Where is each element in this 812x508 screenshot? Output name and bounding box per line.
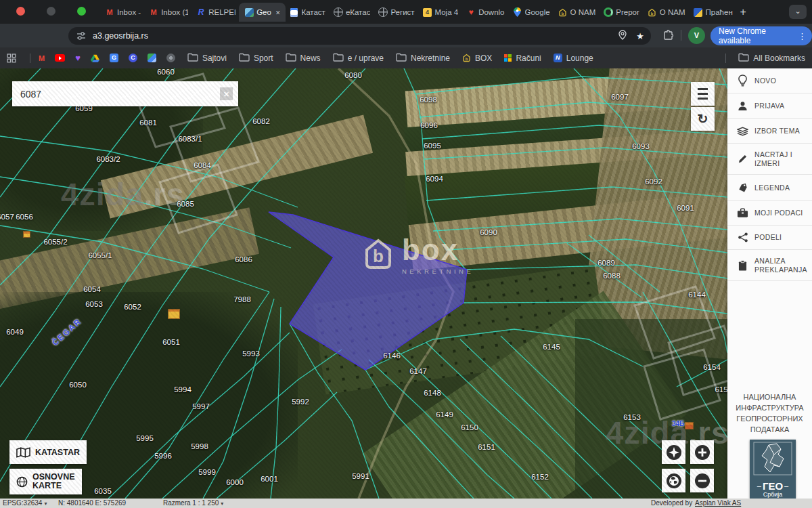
- gmail-icon[interactable]: M: [39, 54, 45, 62]
- parcel-label-6055-2: 6055/2: [43, 238, 67, 246]
- maximize-window-button[interactable]: [77, 7, 86, 16]
- translate-icon[interactable]: G: [110, 54, 118, 62]
- browser-tab-10[interactable]: Google: [510, 4, 554, 20]
- browser-tab-9[interactable]: ♥Downlo: [463, 4, 508, 20]
- globe-icon: [666, 473, 682, 489]
- browser-tab-3[interactable]: RRELPEP: [193, 4, 239, 20]
- sidebar-item-moji-podaci[interactable]: MOJI PODACI: [727, 201, 812, 226]
- apps-grid-icon[interactable]: [7, 54, 16, 63]
- site-settings-icon[interactable]: [76, 31, 86, 41]
- basemap-globe-button[interactable]: [662, 469, 685, 492]
- bookmark-folder-1[interactable]: Sajtovi: [187, 53, 227, 64]
- bookmark-folder-4[interactable]: e / uprave: [333, 53, 384, 64]
- sidebar-item-analiza-preklapanja[interactable]: ANALIZA PREKLAPANJA: [727, 250, 812, 281]
- globe-icon: [16, 476, 28, 488]
- browser-tab-14[interactable]: Праћен: [690, 4, 736, 20]
- bookmark-site-1[interactable]: bBOX: [462, 54, 492, 63]
- sidebar-item-podeli[interactable]: PODELI: [727, 226, 812, 250]
- chrome-update-button[interactable]: New Chrome available: [710, 26, 812, 45]
- address-bar[interactable]: a3.geosrbija.rs: [68, 27, 651, 45]
- map-tile-icon[interactable]: [148, 54, 156, 62]
- sidebar-item-legenda[interactable]: LEGENDA: [727, 175, 812, 201]
- browser-tab-6[interactable]: eКатас: [330, 4, 374, 20]
- youtube-icon[interactable]: [55, 54, 65, 62]
- epsg-selector[interactable]: EPSG:32634: [3, 499, 47, 507]
- chrome-update-label: New Chrome available: [719, 26, 794, 45]
- person-icon: [737, 101, 748, 111]
- sidebar-item-izbor-tema[interactable]: IZBOR TEMA: [727, 119, 812, 144]
- tab-search-chevron-button[interactable]: [789, 5, 807, 19]
- browser-tab-8[interactable]: 4Moja 4: [420, 4, 462, 20]
- geo-map-icon: [244, 7, 254, 17]
- tab-label: Праћен: [706, 8, 733, 16]
- parcel-label-6095: 6095: [424, 142, 441, 150]
- svg-text:b: b: [651, 11, 654, 15]
- browser-tab-13[interactable]: bО NAM: [644, 4, 689, 20]
- terrain-forest-bottomleft: [0, 292, 298, 499]
- parcel-label-6050: 6050: [69, 381, 87, 389]
- parcel-label-6051: 6051: [162, 338, 180, 346]
- toolbar-divider: [681, 30, 681, 41]
- box-house-icon: b: [558, 7, 568, 17]
- close-window-button[interactable]: [16, 7, 25, 16]
- zoom-in-button[interactable]: [690, 440, 714, 464]
- kebab-menu-icon[interactable]: [798, 31, 807, 41]
- developer-link[interactable]: Asplan Viak AS: [695, 499, 741, 507]
- new-tab-button[interactable]: [736, 6, 750, 18]
- tab-label: Inbox -: [117, 8, 141, 16]
- browser-tab-11[interactable]: bО NAM: [555, 4, 600, 20]
- sidebar-menu: NOVOPRIJAVAIZBOR TEMANACRTAJ I IZMERILEG…: [727, 68, 812, 281]
- zoom-out-button[interactable]: [690, 469, 714, 492]
- bookmark-site-3[interactable]: NLounge: [554, 54, 593, 63]
- plus-icon: [694, 444, 710, 461]
- katastar-layer-button[interactable]: KATASTAR: [9, 440, 87, 464]
- box-house-icon: b: [462, 54, 471, 62]
- browser-tab-12[interactable]: Prepor: [600, 4, 643, 20]
- bookmark-folder-2[interactable]: Sport: [239, 53, 273, 64]
- briefcase-icon: [737, 208, 748, 218]
- parcel-label-6086: 6086: [235, 255, 252, 263]
- map-canvas[interactable]: 4zida.rs 4zida.rs b box NEKRETNINE ČEGAR…: [0, 68, 727, 499]
- bookmark-folder-5[interactable]: Nekretnine: [396, 53, 450, 64]
- heart-icon: ♥: [466, 7, 476, 17]
- minimize-window-button[interactable]: [47, 7, 55, 16]
- browser-tab-2[interactable]: MInbox (1: [145, 4, 191, 20]
- clear-search-icon[interactable]: [220, 87, 233, 100]
- browser-tab-5[interactable]: Катаст: [286, 4, 328, 20]
- menu-button[interactable]: [691, 82, 715, 106]
- url-text[interactable]: a3.geosrbija.rs: [93, 31, 148, 41]
- sidebar-item-novo[interactable]: NOVO: [727, 68, 812, 93]
- bookmark-site-2[interactable]: Računi: [504, 54, 541, 63]
- parcel-label-6152: 6152: [531, 473, 549, 481]
- sidebar-item-nacrtaj-i-izmeri[interactable]: NACRTAJ I IZMERI: [727, 144, 812, 175]
- osnovne-karte-layer-button[interactable]: OSNOVNEKARTE: [9, 469, 82, 494]
- parcel-label-6081: 6081: [139, 119, 157, 127]
- bookmark-folder-3[interactable]: News: [286, 53, 321, 64]
- profile-avatar[interactable]: V: [688, 27, 705, 44]
- browser-tab-1[interactable]: MInbox -: [102, 4, 144, 20]
- all-bookmarks-folder[interactable]: All Bookmarks: [738, 53, 805, 64]
- clipboard-icon: [737, 260, 748, 271]
- browser-tab-7[interactable]: Регист: [375, 4, 418, 20]
- tab-close-icon[interactable]: [274, 8, 281, 16]
- map-search-box[interactable]: [12, 81, 238, 106]
- nipd-line: ГЕОПРОСТОРНИХ: [727, 413, 812, 424]
- scale-selector[interactable]: Razmera 1 : 1 250: [163, 499, 223, 507]
- extensions-puzzle-icon[interactable]: [663, 30, 674, 43]
- bookmark-sites: bBOXRačuniNLounge: [462, 54, 606, 63]
- nipd-line: ИНФРАСТРУКТУРА: [727, 402, 812, 413]
- bookmark-star-icon[interactable]: [636, 31, 644, 41]
- tab-label: Geo: [256, 8, 271, 16]
- sidebar-item-prijava[interactable]: PRIJAVA: [727, 93, 812, 119]
- gear-icon[interactable]: [166, 54, 175, 62]
- location-pin-icon[interactable]: [618, 30, 627, 42]
- search-input[interactable]: [12, 89, 220, 100]
- browser-tab-4[interactable]: Geo: [239, 3, 286, 22]
- heart-purple-icon[interactable]: ♥: [75, 53, 81, 63]
- parcel-label-6083-2: 6083/2: [96, 155, 120, 163]
- locate-button[interactable]: [662, 440, 685, 464]
- c-circle-icon[interactable]: C: [129, 54, 137, 62]
- drive-icon[interactable]: [91, 54, 99, 62]
- geo-srbija-logo[interactable]: ГЕО Србија: [750, 440, 796, 499]
- reset-view-button[interactable]: [691, 107, 715, 131]
